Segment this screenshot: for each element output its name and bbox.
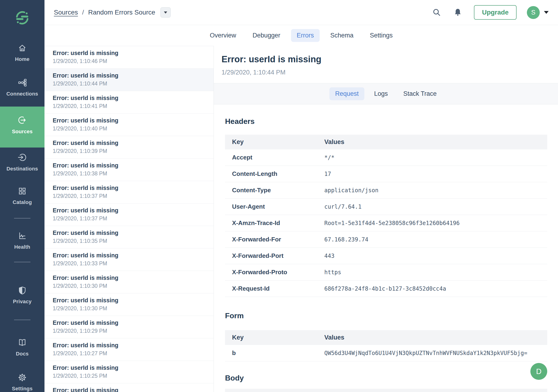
list-item[interactable]: Error: userId is missing 1/29/2020, 1:10… [44, 203, 214, 226]
header-value-cell: Root=1-5e31f4d4-5e238058c96f3e1260b64196 [324, 220, 547, 226]
source-menu-button[interactable] [160, 7, 171, 17]
body-table-header-partial [225, 389, 547, 392]
column-header-key: Key [225, 334, 324, 341]
error-timestamp: 1/29/2020, 1:10:33 PM [53, 260, 214, 267]
list-item[interactable]: Error: userId is missing [44, 383, 214, 392]
error-timestamp: 1/29/2020, 1:10:40 PM [53, 125, 214, 132]
tab-schema[interactable]: Schema [325, 29, 359, 42]
bell-icon[interactable] [453, 8, 463, 17]
sidebar-item-privacy[interactable]: Privacy [0, 286, 44, 305]
breadcrumb-sources-link[interactable]: Sources [54, 9, 78, 16]
tab-settings[interactable]: Settings [364, 29, 399, 42]
table-row: X-Forwarded-For 67.168.239.74 [225, 231, 547, 248]
shield-icon [18, 286, 27, 295]
breadcrumb: Sources / Random Errors Source [54, 7, 171, 17]
sidebar-item-label: Catalog [0, 199, 44, 205]
destinations-icon [17, 153, 27, 162]
list-item[interactable]: Error: userId is missing 1/29/2020, 1:10… [44, 226, 214, 248]
sidebar-item-label: Destinations [0, 166, 44, 172]
sidebar-item-sources[interactable]: Sources [0, 106, 44, 148]
error-timestamp: 1/29/2020, 1:10:35 PM [53, 238, 214, 244]
segment-logo[interactable] [0, 10, 44, 25]
table-header-row: Key Values [225, 330, 547, 345]
sidebar-item-label: Docs [0, 351, 44, 357]
sidebar-item-label: Health [0, 244, 44, 250]
header-value-cell: */* [324, 154, 547, 161]
list-item[interactable]: Error: userId is missing 1/29/2020, 1:10… [44, 316, 214, 338]
avatar[interactable]: S [527, 6, 540, 19]
error-timestamp: 1/29/2020, 1:10:39 PM [53, 148, 214, 154]
error-title: Error: userId is missing [53, 139, 214, 146]
sidebar-item-label: Connections [0, 91, 44, 97]
header-value-cell: 67.168.239.74 [324, 236, 547, 243]
error-list: Error: userId is missing 1/29/2020, 1:10… [44, 46, 214, 392]
top-header: Sources / Random Errors Source Upgrade S [44, 0, 558, 25]
health-icon [18, 231, 27, 240]
header-key-cell: X-Request-Id [225, 285, 324, 292]
subtab-request[interactable]: Request [330, 87, 364, 100]
list-item[interactable]: Error: userId is missing 1/29/2020, 1:10… [44, 361, 214, 383]
list-item[interactable]: Error: userId is missing 1/29/2020, 1:10… [44, 91, 214, 113]
sidebar-item-label: Settings [0, 386, 44, 392]
error-title: Error: userId is missing [53, 229, 214, 236]
detail-timestamp: 1/29/2020, 1:10:44 PM [221, 69, 285, 76]
list-item[interactable]: Error: userId is missing 1/29/2020, 1:10… [44, 69, 214, 91]
header-key-cell: X-Forwarded-For [225, 236, 324, 243]
table-row: Accept */* [225, 149, 547, 166]
error-title: Error: userId is missing [53, 184, 214, 191]
sidebar-item-home[interactable]: Home [0, 44, 44, 62]
sidebar-item-settings[interactable]: Settings [0, 373, 44, 392]
subtab-stack-trace[interactable]: Stack Trace [398, 87, 442, 100]
header-value-cell: 17 [324, 171, 547, 177]
error-timestamp: 1/29/2020, 1:10:29 PM [53, 328, 214, 334]
header-value-cell: curl/7.64.1 [324, 203, 547, 210]
gear-icon [18, 373, 27, 382]
table-row: X-Request-Id 686f278a-24f8-4b1c-b127-3c8… [225, 280, 547, 297]
sidebar-divider [14, 218, 30, 218]
form-section-heading: Form [225, 312, 244, 320]
error-timestamp: 1/29/2020, 1:10:41 PM [53, 103, 214, 109]
sources-icon [17, 115, 27, 125]
header-key-cell: X-Forwarded-Port [225, 252, 324, 260]
list-item[interactable]: Error: userId is missing 1/29/2020, 1:10… [44, 158, 214, 181]
error-title: Error: userId is missing [53, 342, 214, 349]
book-icon [18, 338, 27, 347]
sidebar-item-label: Home [0, 56, 44, 62]
table-row: Content-Type application/json [225, 182, 547, 199]
headers-table-body: Accept */* Content-Length 17 Content-Typ… [225, 149, 547, 297]
upgrade-button[interactable]: Upgrade [474, 5, 516, 20]
list-item[interactable]: Error: userId is missing 1/29/2020, 1:10… [44, 248, 214, 271]
search-icon[interactable] [432, 8, 442, 17]
sidebar-item-health[interactable]: Health [0, 231, 44, 250]
list-item[interactable]: Error: userId is missing 1/29/2020, 1:10… [44, 271, 214, 293]
list-item[interactable]: Error: userId is missing 1/29/2020, 1:10… [44, 293, 214, 316]
headers-section-heading: Headers [225, 117, 254, 126]
error-timestamp: 1/29/2020, 1:10:37 PM [53, 193, 214, 199]
sidebar-item-destinations[interactable]: Destinations [0, 153, 44, 172]
list-item[interactable]: Error: userId is missing 1/29/2020, 1:10… [44, 113, 214, 136]
page-title: Error: userId is missing [221, 54, 322, 64]
list-item[interactable]: Error: userId is missing 1/29/2020, 1:10… [44, 181, 214, 203]
table-header-row: Key Values [225, 135, 547, 149]
headers-table: Key Values Accept */* Content-Length 17 … [225, 135, 547, 297]
breadcrumb-separator: / [82, 9, 84, 16]
list-item[interactable]: Error: userId is missing 1/29/2020, 1:10… [44, 46, 214, 69]
subtab-logs[interactable]: Logs [369, 87, 394, 100]
list-item[interactable]: Error: userId is missing 1/29/2020, 1:10… [44, 338, 214, 361]
sidebar-divider [14, 262, 30, 262]
tab-overview[interactable]: Overview [204, 29, 242, 42]
header-value-cell: 443 [324, 253, 547, 259]
chat-widget-button[interactable]: D [530, 363, 547, 380]
sidebar-item-connections[interactable]: Connections [0, 78, 44, 97]
column-header-values: Values [324, 138, 547, 146]
tab-debugger[interactable]: Debugger [247, 29, 286, 42]
caret-down-icon[interactable] [544, 11, 549, 14]
list-item[interactable]: Error: userId is missing 1/29/2020, 1:10… [44, 136, 214, 158]
error-timestamp: 1/29/2020, 1:10:30 PM [53, 305, 214, 312]
chevron-down-icon [164, 11, 167, 14]
sidebar-item-docs[interactable]: Docs [0, 338, 44, 357]
sidebar-item-catalog[interactable]: Catalog [0, 187, 44, 205]
tab-errors[interactable]: Errors [291, 29, 320, 42]
error-timestamp: 1/29/2020, 1:10:38 PM [53, 170, 214, 177]
error-title: Error: userId is missing [53, 387, 214, 392]
